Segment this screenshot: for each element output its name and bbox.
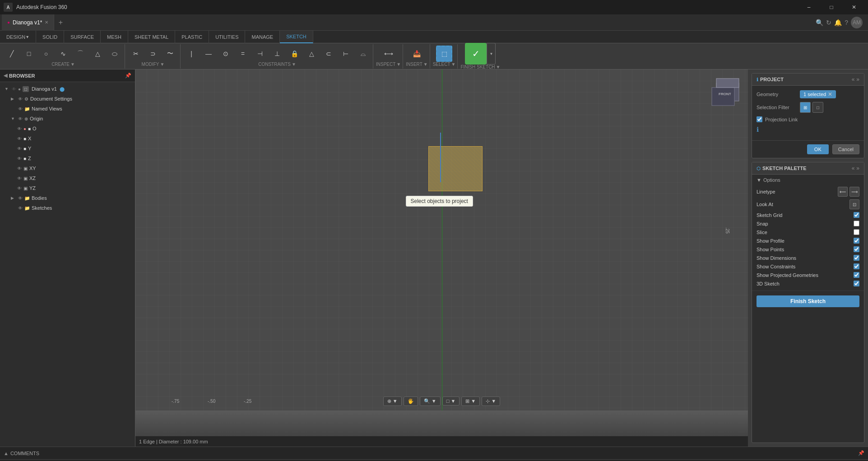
snap-button[interactable]: ⊹ ▼ [482,396,500,406]
dialog-collapse-icon[interactable]: » [856,76,859,83]
tool-circle[interactable]: ○ [38,46,54,62]
tool-parallel[interactable]: ⊣ [252,46,268,62]
tree-item-xy[interactable]: 👁 ▣ XY [0,163,135,173]
tool-midpoint[interactable]: = [235,46,251,62]
tool-concentric[interactable]: ⊙ [218,46,234,62]
nav-tab-sheet-metal[interactable]: SHEET METAL [128,31,175,43]
ok-button[interactable]: OK [807,144,829,154]
comments-pin-icon[interactable]: 📌 [858,450,864,456]
geometry-selected-badge[interactable]: 1 selected ✕ [800,90,836,98]
tree-item-dianoga[interactable]: ▼ 👁 ● □ Dianoga v1 ⬤ [0,84,135,94]
eye-icon-xz[interactable]: 👁 [17,176,22,181]
tree-arrow-doc-settings[interactable]: ▶ [11,97,17,101]
tool-measure[interactable]: ⟷ [381,46,397,62]
slice-checkbox[interactable] [854,229,859,235]
nav-tab-plastic[interactable]: PLASTIC [175,31,209,43]
options-section-title[interactable]: ▼ Options [757,177,859,183]
viewport[interactable]: -.75 -.50 -.25 .25 Select objects to pro… [135,69,748,447]
tree-arrow-named-views[interactable]: ▶ [11,106,17,111]
eye-icon-yz[interactable]: 👁 [17,186,22,191]
tree-item-sketches[interactable]: ▶ 👁 📁 Sketches [0,203,135,213]
tool-polygon[interactable]: △ [89,46,106,62]
tool-tangent[interactable]: △ [303,46,320,62]
eye-icon-xy[interactable]: 👁 [17,166,22,171]
eye-icon-named-views[interactable]: 👁 [18,106,23,111]
tool-coincident[interactable]: | [183,46,200,62]
grid-button[interactable]: ⊞ ▼ [461,396,480,406]
tree-item-doc-settings[interactable]: ▶ 👁 ⚙ Document Settings [0,94,135,104]
display-button[interactable]: □ ▼ [442,396,460,406]
tool-wave[interactable]: 〜 [162,46,178,62]
linetype-btn-2[interactable]: ⟶ [849,187,859,197]
tool-smooth[interactable]: ⊂ [320,46,337,62]
snap-checkbox[interactable] [854,221,859,226]
tool-select[interactable]: ⬚ [436,46,452,62]
tool-lock[interactable]: 🔒 [286,46,302,62]
tree-item-origin[interactable]: ▼ 👁 ⊕ Origin [0,114,135,124]
palette-collapse-icon[interactable]: » [856,165,859,171]
viewcube[interactable]: FRONT [707,74,743,110]
insert-group-label[interactable]: INSERT ▼ [406,62,427,67]
tool-ellipse[interactable]: ⬭ [107,46,123,62]
tree-arrow-dianoga[interactable]: ▼ [5,87,11,91]
tool-trim[interactable]: ⊃ [145,46,161,62]
finish-sketch-label[interactable]: FINISH SKETCH ▼ [460,65,500,69]
tree-item-z[interactable]: 👁 ■ Z [0,153,135,163]
tool-collinear[interactable]: — [200,46,217,62]
nav-tab-design[interactable]: DESIGN ▼ [0,31,36,43]
tool-perpendicular[interactable]: ⊥ [269,46,285,62]
tree-item-y[interactable]: 👁 ■ Y [0,143,135,153]
pan-button[interactable]: 🖐 [404,396,418,406]
nav-tab-surface[interactable]: SURFACE [64,31,101,43]
show-profile-checkbox[interactable] [854,238,859,244]
nav-tab-mesh[interactable]: MESH [101,31,128,43]
palette-expand-icon[interactable]: « [852,165,855,171]
notifications-button[interactable]: 🔔 [834,19,842,26]
tree-item-o[interactable]: 👁 ● ■ O [0,124,135,134]
tree-item-xz[interactable]: 👁 ▣ XZ [0,173,135,183]
eye-icon-y[interactable]: 👁 [17,146,22,151]
tool-scissors[interactable]: ✂ [128,46,144,62]
nav-tab-sketch[interactable]: SKETCH [280,31,313,43]
eye-icon-z[interactable]: 👁 [17,156,22,161]
tool-insert[interactable]: 📥 [408,46,425,62]
show-dimensions-checkbox[interactable] [854,255,859,261]
tool-spline[interactable]: ∿ [55,46,71,62]
show-constraints-checkbox[interactable] [854,263,859,269]
help-button[interactable]: ? [845,19,848,26]
eye-icon-bodies[interactable]: 👁 [18,196,23,201]
browser-pin-icon[interactable]: 📌 [125,73,131,78]
create-group-label[interactable]: CREATE ▼ [4,62,123,67]
orbit-button[interactable]: ⊕ ▼ [383,396,402,406]
cancel-button[interactable]: Cancel [832,144,859,154]
dialog-expand-icon[interactable]: « [852,76,855,83]
sketch-3d-checkbox[interactable] [854,281,859,286]
close-button[interactable]: ✕ [844,0,864,14]
sketch-grid-checkbox[interactable] [854,212,859,218]
tree-arrow-origin[interactable]: ▼ [11,116,17,121]
tree-arrow-bodies[interactable]: ▶ [11,196,17,200]
tool-rect[interactable]: □ [21,46,37,62]
projection-link-checkbox[interactable] [757,116,762,122]
inspect-group-label[interactable]: INSPECT ▼ [376,62,401,67]
finish-sketch-dropdown[interactable]: ▼ [487,43,496,65]
nav-tab-utilities[interactable]: UTILITIES [209,31,245,43]
eye-icon-doc[interactable]: 👁 [18,97,23,101]
nav-tab-solid[interactable]: SOLID [36,31,64,43]
tool-symmetric[interactable]: ⊢ [338,46,354,62]
linetype-btn-1[interactable]: ⟵ [838,187,848,197]
filter-btn-1[interactable]: ⊞ [800,102,811,113]
info-icon[interactable]: ℹ [757,126,759,133]
tool-line[interactable]: ╱ [4,46,20,62]
user-avatar[interactable]: AM [851,17,863,28]
constraints-group-label[interactable]: CONSTRAINTS ▼ [183,62,371,67]
tool-arc[interactable]: ⌒ [72,46,88,62]
look-at-btn[interactable]: ⊡ [849,199,859,209]
maximize-button[interactable]: □ [821,0,842,14]
zoom-button[interactable]: 🔍 ▼ [420,396,441,406]
search-button[interactable]: 🔍 [816,19,823,26]
comments-collapse-icon[interactable]: ▲ [4,451,9,456]
eye-icon-dianoga[interactable]: 👁 [12,87,16,92]
sync-button[interactable]: ↻ [826,19,831,26]
tab-dianoga[interactable]: ● Dianoga v1* ✕ [2,14,54,31]
